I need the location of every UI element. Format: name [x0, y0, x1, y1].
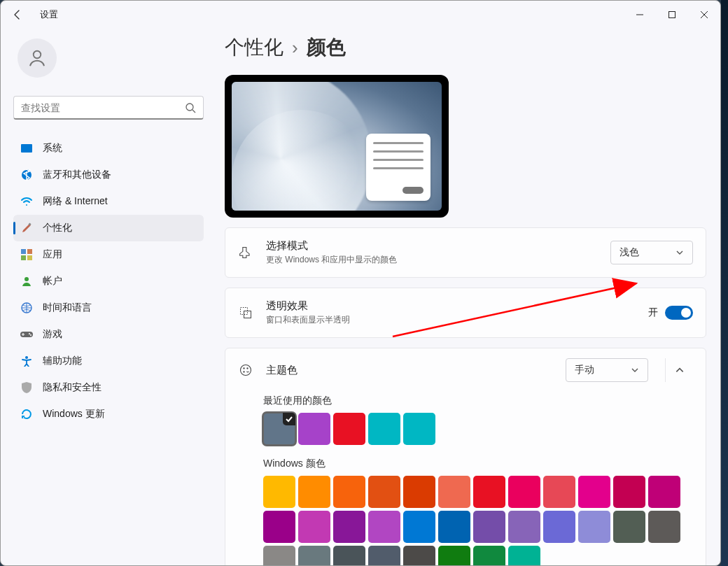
sidebar-item-gamepad[interactable]: 游戏	[13, 321, 204, 348]
windows-color-swatch[interactable]	[613, 511, 645, 543]
windows-color-swatch[interactable]	[648, 511, 680, 543]
recent-color-swatch[interactable]	[333, 413, 365, 445]
mode-subtitle: 更改 Windows 和应用中显示的颜色	[266, 254, 598, 266]
chevron-down-icon	[631, 366, 639, 374]
windows-color-swatch[interactable]	[578, 511, 610, 543]
mode-title: 选择模式	[266, 239, 598, 253]
windows-color-swatch[interactable]	[578, 476, 610, 508]
windows-color-swatch[interactable]	[403, 511, 435, 543]
windows-color-swatch[interactable]	[543, 511, 575, 543]
windows-color-swatch[interactable]	[263, 546, 295, 565]
windows-color-swatch[interactable]	[473, 511, 505, 543]
sidebar-item-wifi[interactable]: 网络 & Internet	[13, 188, 204, 215]
accent-title: 主题色	[266, 364, 553, 377]
windows-color-swatch[interactable]	[403, 546, 435, 565]
brush-outline-icon	[238, 246, 253, 260]
sidebar-item-bluetooth[interactable]: 蓝牙和其他设备	[13, 162, 204, 188]
accent-dropdown-value: 手动	[575, 364, 594, 376]
toggle-knob	[681, 308, 691, 318]
accessibility-icon	[20, 355, 33, 367]
sidebar-item-shield[interactable]: 隐私和安全性	[13, 374, 204, 401]
accent-color-card: 主题色 手动 最近使用的颜色 Windows 颜色	[225, 348, 706, 565]
globe-clock-icon	[20, 302, 33, 313]
windows-color-swatch[interactable]	[508, 511, 540, 543]
windows-color-swatch[interactable]	[298, 476, 330, 508]
svg-point-23	[243, 371, 244, 372]
windows-color-swatch[interactable]	[473, 476, 505, 508]
sidebar-item-brush[interactable]: 个性化	[13, 215, 204, 241]
windows-color-swatch[interactable]	[298, 511, 330, 543]
sidebar-item-accessibility[interactable]: 辅助功能	[13, 348, 204, 374]
sidebar-item-monitor[interactable]: 系统	[13, 135, 204, 162]
search-input[interactable]	[21, 102, 185, 113]
sidebar-item-label: 应用	[43, 248, 62, 261]
svg-point-15	[29, 333, 30, 334]
windows-colors-grid	[263, 476, 693, 565]
windows-color-swatch[interactable]	[508, 476, 540, 508]
transparency-state-label: 开	[648, 306, 658, 319]
sidebar-item-account[interactable]: 帐户	[13, 268, 204, 295]
sidebar-item-label: 蓝牙和其他设备	[43, 169, 111, 181]
account-icon	[20, 276, 33, 287]
svg-rect-9	[27, 249, 32, 254]
breadcrumb-current: 颜色	[307, 34, 346, 61]
windows-color-swatch[interactable]	[648, 476, 680, 508]
bluetooth-icon	[20, 169, 33, 181]
sidebar: 系统蓝牙和其他设备网络 & Internet个性化应用帐户时间和语言游戏辅助功能…	[1, 29, 211, 565]
svg-point-2	[34, 51, 41, 59]
windows-color-swatch[interactable]	[613, 476, 645, 508]
mode-dropdown[interactable]: 浅色	[610, 241, 693, 264]
windows-color-swatch[interactable]	[368, 546, 400, 565]
search-box[interactable]	[13, 96, 204, 120]
accent-dropdown[interactable]: 手动	[566, 358, 648, 382]
windows-color-swatch[interactable]	[438, 476, 470, 508]
windows-color-swatch[interactable]	[263, 476, 295, 508]
recent-color-swatch[interactable]	[263, 413, 295, 445]
transparency-toggle[interactable]	[665, 306, 693, 320]
sidebar-item-apps[interactable]: 应用	[13, 241, 204, 268]
svg-point-17	[25, 356, 28, 359]
windows-color-swatch[interactable]	[508, 546, 540, 565]
recent-color-swatch[interactable]	[298, 413, 330, 445]
maximize-button[interactable]	[656, 3, 688, 26]
svg-point-12	[24, 277, 29, 281]
sidebar-item-globe-clock[interactable]: 时间和语言	[13, 295, 204, 321]
recent-color-swatch[interactable]	[403, 413, 435, 445]
close-button[interactable]	[688, 3, 720, 26]
transparency-subtitle: 窗口和表面显示半透明	[266, 314, 636, 326]
svg-point-20	[241, 365, 251, 376]
sidebar-item-update[interactable]: Windows 更新	[13, 401, 204, 427]
breadcrumb-parent[interactable]: 个性化	[225, 34, 284, 61]
transparency-icon	[238, 306, 253, 320]
transparency-title: 透明效果	[266, 299, 636, 313]
windows-color-swatch[interactable]	[263, 511, 295, 543]
search-icon	[185, 102, 196, 113]
windows-colors-title: Windows 颜色	[263, 458, 693, 470]
windows-color-swatch[interactable]	[298, 546, 330, 565]
check-icon	[283, 413, 295, 425]
apps-icon	[20, 249, 33, 260]
windows-color-swatch[interactable]	[543, 476, 575, 508]
window-title: 设置	[40, 8, 58, 21]
minimize-button[interactable]	[624, 3, 656, 26]
windows-color-swatch[interactable]	[333, 511, 365, 543]
sidebar-item-label: 隐私和安全性	[43, 381, 102, 394]
back-button[interactable]	[5, 2, 30, 27]
windows-color-swatch[interactable]	[473, 546, 505, 565]
preview-window-mock	[366, 134, 430, 201]
shield-icon	[20, 382, 33, 393]
accent-collapse-button[interactable]	[665, 358, 693, 382]
windows-color-swatch[interactable]	[333, 476, 365, 508]
windows-color-swatch[interactable]	[438, 511, 470, 543]
color-preview	[225, 75, 706, 218]
windows-color-swatch[interactable]	[368, 476, 400, 508]
windows-color-swatch[interactable]	[333, 546, 365, 565]
recent-color-swatch[interactable]	[368, 413, 400, 445]
svg-rect-11	[27, 255, 32, 260]
svg-rect-5	[21, 144, 32, 153]
windows-color-swatch[interactable]	[368, 511, 400, 543]
update-icon	[20, 409, 33, 420]
avatar[interactable]	[18, 38, 57, 78]
windows-color-swatch[interactable]	[438, 546, 470, 565]
windows-color-swatch[interactable]	[403, 476, 435, 508]
